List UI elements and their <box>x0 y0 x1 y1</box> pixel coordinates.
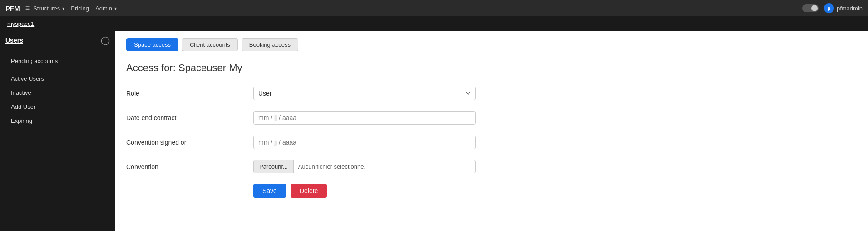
file-browse-button[interactable]: Parcourir... <box>254 160 294 173</box>
form-actions: Save Delete <box>126 184 857 198</box>
sidebar-item-expiring[interactable]: Expiring <box>0 114 115 128</box>
form-title: Access for: Spaceuser My <box>126 62 857 74</box>
tab-booking-access[interactable]: Booking access <box>242 38 298 51</box>
avatar: p <box>824 3 834 13</box>
user-badge: p pfmadmin <box>824 3 863 13</box>
tab-bar: Space access Client accounts Booking acc… <box>126 38 857 51</box>
tab-client-accounts[interactable]: Client accounts <box>182 38 238 51</box>
sidebar-item-active-users[interactable]: Active Users <box>0 72 115 86</box>
navbar-right: p pfmadmin <box>802 3 863 13</box>
breadcrumb-bar: myspace1 <box>0 16 868 31</box>
form-row-role: Role User Admin Manager <box>126 87 857 100</box>
sidebar-header: Users ◯ <box>0 31 115 50</box>
chevron-down-icon: ▾ <box>114 6 117 11</box>
add-user-icon[interactable]: ◯ <box>101 35 110 45</box>
tab-space-access[interactable]: Space access <box>126 38 178 51</box>
save-button[interactable]: Save <box>253 184 286 198</box>
date-end-contract-label: Date end contract <box>126 114 253 121</box>
hamburger-icon[interactable]: ≡ <box>25 4 30 12</box>
sidebar-item-pending-accounts[interactable]: Pending accounts <box>0 54 115 68</box>
nav-admin[interactable]: Admin ▾ <box>95 5 117 12</box>
form-row-convention: Convention Parcourir... Aucun fichier sé… <box>126 160 857 173</box>
role-label: Role <box>126 90 253 97</box>
content-area: Space access Client accounts Booking acc… <box>115 31 868 231</box>
navbar: PFM ≡ Structures ▾ Pricing Admin ▾ p pfm… <box>0 0 868 16</box>
file-input-group: Parcourir... Aucun fichier sélectionné. <box>253 160 476 173</box>
convention-signed-on-input[interactable] <box>253 136 476 149</box>
sidebar: Users ◯ Pending accounts Active Users In… <box>0 31 115 231</box>
toggle-knob <box>811 5 818 11</box>
nav-structures[interactable]: Structures ▾ <box>33 5 64 12</box>
form-row-date-end-contract: Date end contract <box>126 111 857 125</box>
convention-signed-on-label: Convention signed on <box>126 139 253 146</box>
role-select[interactable]: User Admin Manager <box>253 87 476 100</box>
sidebar-title[interactable]: Users <box>5 37 23 44</box>
toggle-switch[interactable] <box>802 4 819 12</box>
username-label: pfmadmin <box>837 5 863 12</box>
nav-pricing[interactable]: Pricing <box>68 5 92 12</box>
sidebar-item-add-user[interactable]: Add User <box>0 100 115 114</box>
sidebar-item-inactive[interactable]: Inactive <box>0 86 115 100</box>
brand-logo: PFM <box>5 5 20 12</box>
date-end-contract-input[interactable] <box>253 111 476 125</box>
breadcrumb-space-link[interactable]: myspace1 <box>7 20 34 27</box>
file-name-display: Aucun fichier sélectionné. <box>294 160 475 173</box>
delete-button[interactable]: Delete <box>291 184 327 198</box>
chevron-down-icon: ▾ <box>62 6 64 11</box>
main-layout: Users ◯ Pending accounts Active Users In… <box>0 31 868 231</box>
convention-label: Convention <box>126 163 253 170</box>
form-row-convention-signed-on: Convention signed on <box>126 136 857 149</box>
